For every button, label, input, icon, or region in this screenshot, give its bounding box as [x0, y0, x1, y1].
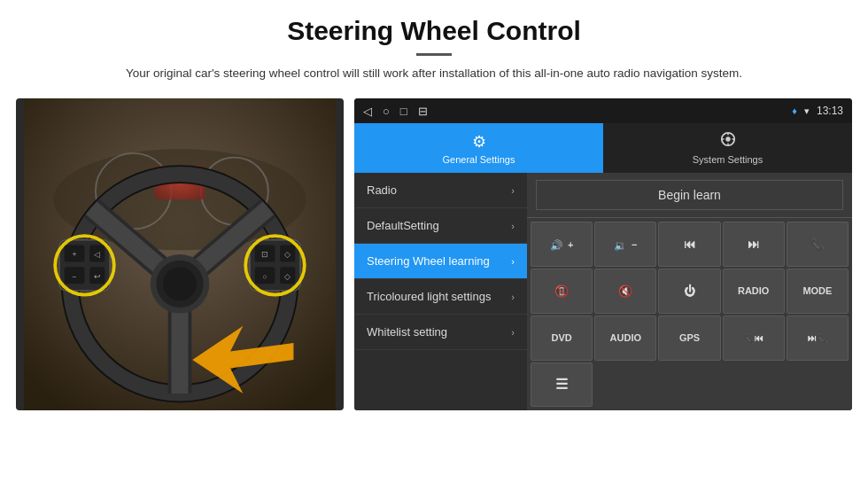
phone-answer-button[interactable]: 📞: [787, 222, 849, 267]
clock: 13:13: [817, 105, 843, 117]
radio-button[interactable]: RADIO: [723, 269, 785, 314]
svg-point-15: [163, 268, 197, 301]
chevron-icon-whitelist: ›: [511, 327, 515, 338]
menu-item-whitelist-label: Whitelist setting: [367, 325, 511, 339]
steering-wheel-image: + ◁ − ↩ ⊡ ◇ ○ ◇: [16, 98, 344, 410]
svg-text:−: −: [73, 272, 77, 281]
status-bar-right: ♦ ▾ 13:13: [792, 105, 843, 117]
svg-text:🔊: 🔊: [550, 239, 563, 252]
page-subtitle: Your original car's steering wheel contr…: [53, 65, 815, 82]
svg-text:↩: ↩: [94, 272, 101, 281]
vol-down-button[interactable]: 🔉 −: [594, 222, 656, 267]
menu-list: Radio › DefaultSetting › Steering Wheel …: [354, 173, 527, 410]
wifi-icon: ▾: [804, 105, 810, 117]
svg-text:+: +: [73, 250, 77, 259]
page-title: Steering Wheel Control: [53, 16, 815, 46]
tab-general-settings[interactable]: ⚙ General Settings: [354, 123, 603, 173]
controls-area: Begin learn 🔊 + 🔉 − ⏮ ⏭ 📞: [527, 173, 852, 410]
mode-button[interactable]: MODE: [787, 269, 849, 314]
begin-learn-button[interactable]: Begin learn: [536, 180, 843, 210]
system-icon: [720, 131, 736, 152]
head-unit: ◁ ○ □ ⊟ ♦ ▾ 13:13 ⚙ General Settings: [354, 98, 852, 410]
tab-system-label: System Settings: [693, 154, 763, 165]
svg-text:◁: ◁: [94, 250, 100, 259]
menu-item-whitelist[interactable]: Whitelist setting ›: [354, 315, 527, 350]
begin-learn-row: Begin learn: [527, 173, 852, 218]
location-icon: ♦: [792, 105, 797, 116]
dvd-button[interactable]: DVD: [531, 316, 593, 361]
phone-prev-button[interactable]: 📞⏮: [723, 316, 785, 361]
svg-text:🔉: 🔉: [614, 239, 627, 252]
power-button[interactable]: ⏻: [658, 269, 720, 314]
vol-up-button[interactable]: 🔊 +: [531, 222, 593, 267]
svg-point-38: [725, 137, 730, 142]
audio-button[interactable]: AUDIO: [594, 316, 656, 361]
title-divider: [416, 53, 452, 56]
next-track-button[interactable]: ⏭: [723, 222, 785, 267]
chevron-icon-steering: ›: [511, 256, 515, 267]
menu-controls-area: Radio › DefaultSetting › Steering Wheel …: [354, 173, 852, 410]
menu-button[interactable]: ☰: [531, 362, 593, 408]
controls-grid: 🔊 + 🔉 − ⏮ ⏭ 📞 📵 🔇 ⏻ RADIO MODE: [527, 218, 852, 410]
home-icon[interactable]: ○: [383, 105, 390, 118]
screenshot-icon[interactable]: ⊟: [418, 105, 428, 118]
recent-icon[interactable]: □: [400, 105, 407, 118]
svg-text:◇: ◇: [284, 272, 291, 281]
svg-text:○: ○: [263, 272, 267, 281]
menu-item-tricolour[interactable]: Tricoloured light settings ›: [354, 279, 527, 315]
mute-button[interactable]: 🔇: [594, 269, 656, 314]
status-bar-nav: ◁ ○ □ ⊟: [363, 105, 428, 118]
tab-general-label: General Settings: [443, 154, 515, 165]
page-header: Steering Wheel Control Your original car…: [0, 0, 868, 91]
tab-system-settings[interactable]: System Settings: [603, 123, 852, 173]
svg-text:⊡: ⊡: [261, 250, 268, 259]
chevron-icon-default: ›: [511, 221, 515, 231]
menu-item-default-label: DefaultSetting: [367, 219, 511, 232]
chevron-icon-radio: ›: [511, 185, 515, 196]
phone-hangup-button[interactable]: 📵: [531, 269, 593, 314]
back-icon[interactable]: ◁: [363, 105, 372, 118]
gps-button[interactable]: GPS: [658, 316, 720, 361]
menu-item-radio[interactable]: Radio ›: [354, 173, 527, 208]
chevron-icon-tricolour: ›: [511, 292, 515, 302]
tab-bar: ⚙ General Settings System Settings: [354, 123, 852, 173]
menu-item-steering[interactable]: Steering Wheel learning ›: [354, 244, 527, 279]
status-bar: ◁ ○ □ ⊟ ♦ ▾ 13:13: [354, 98, 852, 123]
menu-item-default[interactable]: DefaultSetting ›: [354, 208, 527, 244]
settings-icon: ⚙: [472, 132, 486, 152]
menu-item-steering-label: Steering Wheel learning: [367, 254, 511, 268]
main-content: + ◁ − ↩ ⊡ ◇ ○ ◇ ◁ ○ □: [0, 91, 868, 419]
menu-item-radio-label: Radio: [367, 183, 511, 197]
svg-text:◇: ◇: [284, 250, 291, 259]
prev-track-button[interactable]: ⏮: [658, 222, 720, 267]
menu-item-tricolour-label: Tricoloured light settings: [367, 290, 511, 303]
phone-next-button[interactable]: ⏭📞: [787, 316, 849, 361]
